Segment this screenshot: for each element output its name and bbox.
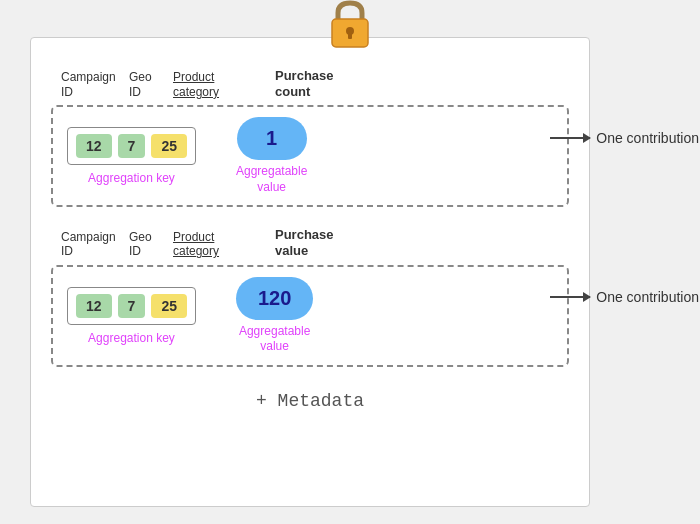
arrow-2 [550,296,590,298]
col-campaign-2: Campaign ID [61,230,129,259]
paper-card: Campaign ID Geo ID Product category Purc… [30,37,590,507]
main-container: Campaign ID Geo ID Product category Purc… [30,17,670,507]
chip-product-1: 25 [151,134,187,158]
col-campaign-1: Campaign ID [61,70,129,99]
chip-geo-2: 7 [118,294,146,318]
column-headers-1: Campaign ID Geo ID Product category Purc… [51,68,569,99]
value-area-1: 1 Aggregatable value [236,117,307,195]
dashed-box-2: 12 7 25 Aggregation key 120 Aggregatable… [51,265,569,367]
chip-geo-1: 7 [118,134,146,158]
agg-key-label-2: Aggregation key [88,331,175,345]
chips-row-1: 12 7 25 [67,127,196,165]
arrow-1 [550,137,590,139]
agg-value-bubble-1: 1 [237,117,307,160]
column-headers-2: Campaign ID Geo ID Product category Purc… [51,227,569,258]
key-area-2: 12 7 25 Aggregation key [67,287,196,345]
col-purchase-2: Purchase value [275,227,334,258]
chip-campaign-1: 12 [76,134,112,158]
metadata-label: + Metadata [51,391,569,411]
lock-icon [328,0,372,60]
col-product-1: Product category [173,70,255,99]
chips-row-2: 12 7 25 [67,287,196,325]
col-product-2: Product category [173,230,255,259]
agg-key-label-1: Aggregation key [88,171,175,185]
contribution-1: Campaign ID Geo ID Product category Purc… [51,68,569,207]
contribution-label-area-1: One contribution [550,130,699,146]
col-purchase-1: Purchase count [275,68,334,99]
dashed-box-1: 12 7 25 Aggregation key 1 Aggregatable v… [51,105,569,207]
chip-campaign-2: 12 [76,294,112,318]
chip-product-2: 25 [151,294,187,318]
value-area-2: 120 Aggregatable value [236,277,313,355]
svg-rect-2 [348,33,352,39]
contribution-text-2: One contribution [596,289,699,305]
agg-value-label-2: Aggregatable value [239,324,310,355]
contribution-text-1: One contribution [596,130,699,146]
contribution-label-area-2: One contribution [550,289,699,305]
col-geo-1: Geo ID [129,70,173,99]
key-area-1: 12 7 25 Aggregation key [67,127,196,185]
agg-value-bubble-2: 120 [236,277,313,320]
contribution-2: Campaign ID Geo ID Product category Purc… [51,227,569,366]
agg-value-label-1: Aggregatable value [236,164,307,195]
col-geo-2: Geo ID [129,230,173,259]
